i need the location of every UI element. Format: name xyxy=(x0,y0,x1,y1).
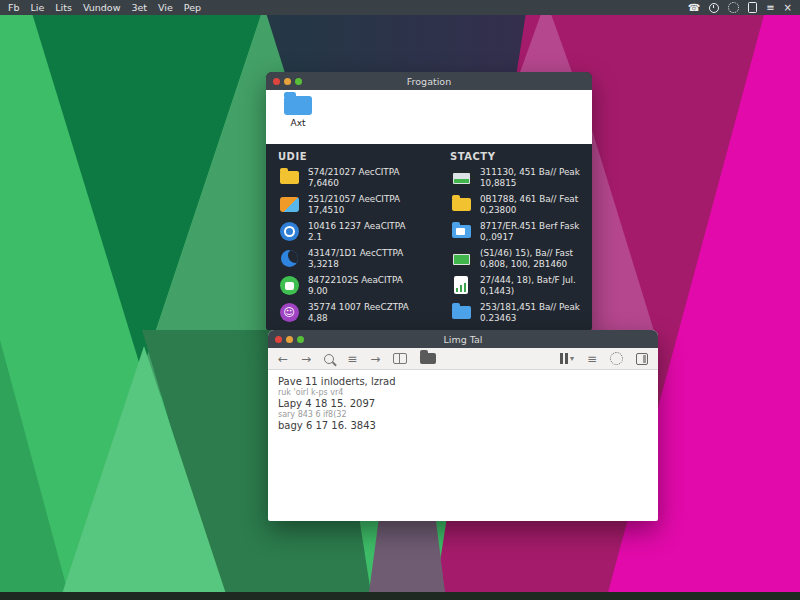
clipboard-icon[interactable] xyxy=(748,2,757,13)
item-line1: 253/181,451 Ba// Peak xyxy=(480,302,580,312)
item-line2: 10,8815 xyxy=(480,178,516,188)
column-header: STACTY xyxy=(450,151,580,162)
phone-icon[interactable]: ☎ xyxy=(688,3,700,13)
window1-shelf: Axt xyxy=(266,90,592,144)
item-line2: 2.1 xyxy=(308,232,322,242)
window2-titlebar[interactable]: Limg Tal xyxy=(268,330,658,348)
system-tray: ☎ ≡ × xyxy=(688,2,792,13)
menu-item-6[interactable]: Pep xyxy=(184,2,201,13)
crescent-blue-icon xyxy=(278,248,300,267)
folder-photo-blue-icon xyxy=(450,221,472,238)
item-line1: (S1/46) 15), Ba// Fast xyxy=(480,248,573,258)
folder-orange-swirl-icon xyxy=(278,194,300,212)
back-arrow-icon[interactable]: ← xyxy=(278,353,288,365)
menu-item-3[interactable]: Vundow xyxy=(83,2,121,13)
item-line1: 10416 1237 AeaCITPA xyxy=(308,221,406,231)
text-line: ruk 'oirl k-ps vr4 xyxy=(278,388,648,398)
item-line1: 35774 1007 ReeCZTPA xyxy=(308,302,409,312)
battery-full-icon xyxy=(450,248,472,267)
item-line2: 9.00 xyxy=(308,286,328,296)
list-item[interactable]: 27/444, 18), Bat/F Jul.0,1443) xyxy=(450,275,580,302)
chart-document-icon xyxy=(450,275,472,294)
window1-list: UDIE S74/21027 AecCITPA7,6460 251/21057 … xyxy=(266,144,592,329)
item-line1: 27/444, 18), Bat/F Jul. xyxy=(480,275,576,285)
folder-yellow-icon xyxy=(450,194,472,211)
list-item[interactable]: 84722102S AeaCITPA9.00 xyxy=(278,275,446,302)
gear-icon[interactable] xyxy=(728,2,739,13)
forward-arrow-icon[interactable]: → xyxy=(301,353,311,365)
list-view-icon[interactable]: ≡ xyxy=(587,353,597,365)
item-line2: 17,4510 xyxy=(308,205,344,215)
list-item[interactable]: 251/21057 AeeCITPA17,4510 xyxy=(278,194,446,221)
window2-title: Limg Tal xyxy=(268,334,658,345)
menu-item-1[interactable]: Lie xyxy=(31,2,45,13)
list-item[interactable]: ☺ 35774 1007 ReeCZTPA4,88 xyxy=(278,302,446,329)
window-frogation: Frogation Axt UDIE S74/21027 AecCITPA7,6… xyxy=(266,72,592,330)
item-line1: 43147/1D1 AecCTTPA xyxy=(308,248,403,258)
column-stacty: STACTY 311130, 451 Ba// Peak10,8815 0B17… xyxy=(450,149,580,329)
text-line: bagy 6 17 16. 3843 xyxy=(278,420,648,432)
text-line: Lapy 4 18 15. 2097 xyxy=(278,398,648,410)
close-icon[interactable]: × xyxy=(784,3,792,13)
column-udie: UDIE S74/21027 AecCITPA7,6460 251/21057 … xyxy=(278,149,446,329)
window1-title: Frogation xyxy=(266,76,592,87)
item-line1: 311130, 451 Ba// Peak xyxy=(480,167,580,177)
battery-low-icon xyxy=(450,167,472,186)
column-header: UDIE xyxy=(278,151,446,162)
list-item[interactable]: 0B1788, 461 Ba// Feat0,23800 xyxy=(450,194,580,221)
item-line2: 7,6460 xyxy=(308,178,339,188)
bottom-strip xyxy=(0,592,800,600)
folders-icon[interactable] xyxy=(420,353,436,364)
list-item[interactable]: 8717/ER.451 Berf Fask0,.0917 xyxy=(450,221,580,248)
menu-item-0[interactable]: Fb xyxy=(8,2,20,13)
menu-item-5[interactable]: Vie xyxy=(158,2,173,13)
list-item[interactable]: (S1/46) 15), Ba// Fast0,808, 100, 2B1460 xyxy=(450,248,580,275)
go-arrow-icon[interactable]: → xyxy=(370,353,380,365)
folder-shortcut[interactable]: Axt xyxy=(278,96,318,128)
gear-icon[interactable] xyxy=(610,352,623,365)
clock-icon[interactable] xyxy=(709,3,719,13)
window1-titlebar[interactable]: Frogation xyxy=(266,72,592,90)
item-line1: 84722102S AeaCITPA xyxy=(308,275,403,285)
text-line: sary 843 6 if8(32 xyxy=(278,410,648,420)
item-line1: 251/21057 AeeCITPA xyxy=(308,194,400,204)
item-line2: 0,23800 xyxy=(480,205,516,215)
item-line2: 0.23463 xyxy=(480,313,516,323)
panel-toggle-icon[interactable] xyxy=(636,353,648,365)
face-purple-circle-icon: ☺ xyxy=(278,302,300,322)
folder-blue-icon xyxy=(284,96,312,115)
sort-icon[interactable]: ≡ xyxy=(347,353,357,365)
folder-blue-icon xyxy=(450,302,472,319)
folder-yellow-icon xyxy=(278,167,300,184)
grid-view-icon[interactable] xyxy=(393,353,407,364)
window-limg-tal: Limg Tal ← → ≡ → ▾ ≡ Pave 11 inloderts, … xyxy=(268,330,658,521)
search-icon[interactable] xyxy=(324,354,334,364)
list-item[interactable]: S74/21027 AecCITPA7,6460 xyxy=(278,167,446,194)
desktop: Fb Lie Lits Vundow 3et Vie Pep ☎ ≡ × Fro… xyxy=(0,0,800,600)
item-line2: 0,1443) xyxy=(480,286,514,296)
folder-shortcut-label: Axt xyxy=(290,118,305,128)
item-line2: 3,3218 xyxy=(308,259,339,269)
text-line: Pave 11 inloderts, lzrad xyxy=(278,376,648,388)
list-item[interactable]: 43147/1D1 AecCTTPA3,3218 xyxy=(278,248,446,275)
item-line1: S74/21027 AecCITPA xyxy=(308,167,400,177)
list-item[interactable]: 10416 1237 AeaCITPA2.1 xyxy=(278,221,446,248)
chat-green-circle-icon xyxy=(278,275,300,295)
item-line1: 8717/ER.451 Berf Fask xyxy=(480,221,579,231)
menu-item-2[interactable]: Lits xyxy=(55,2,72,13)
item-line2: 0,808, 100, 2B1460 xyxy=(480,259,567,269)
item-line1: 0B1788, 461 Ba// Feat xyxy=(480,194,578,204)
window2-toolbar: ← → ≡ → ▾ ≡ xyxy=(268,348,658,370)
item-line2: 4,88 xyxy=(308,313,328,323)
menu-item-4[interactable]: 3et xyxy=(131,2,147,13)
list-item[interactable]: 311130, 451 Ba// Peak10,8815 xyxy=(450,167,580,194)
dropdown-caret-icon[interactable]: ▾ xyxy=(570,353,574,365)
columns-view-icon[interactable]: ▾ xyxy=(560,353,574,365)
item-line2: 0,.0917 xyxy=(480,232,514,242)
list-item[interactable]: 253/181,451 Ba// Peak0.23463 xyxy=(450,302,580,329)
menu-icon[interactable]: ≡ xyxy=(766,3,774,13)
window2-content[interactable]: Pave 11 inloderts, lzrad ruk 'oirl k-ps … xyxy=(268,370,658,438)
menubar: Fb Lie Lits Vundow 3et Vie Pep ☎ ≡ × xyxy=(0,0,800,15)
camera-blue-circle-icon xyxy=(278,221,300,241)
